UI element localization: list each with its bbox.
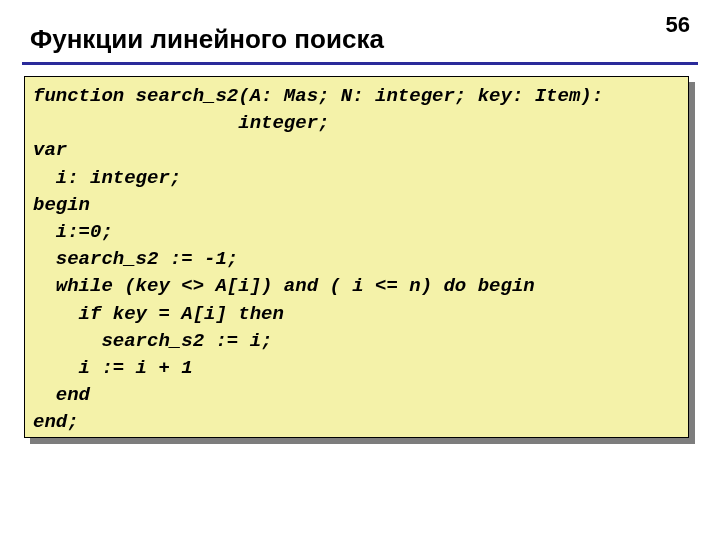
- code-text: function search_s2(A: Mas; N: integer; k…: [33, 83, 680, 437]
- title-underline: [22, 62, 698, 65]
- page-number: 56: [666, 12, 690, 38]
- slide: 56 Функции линейного поиска function sea…: [0, 0, 720, 540]
- code-block: function search_s2(A: Mas; N: integer; k…: [24, 76, 689, 438]
- slide-title: Функции линейного поиска: [30, 24, 384, 55]
